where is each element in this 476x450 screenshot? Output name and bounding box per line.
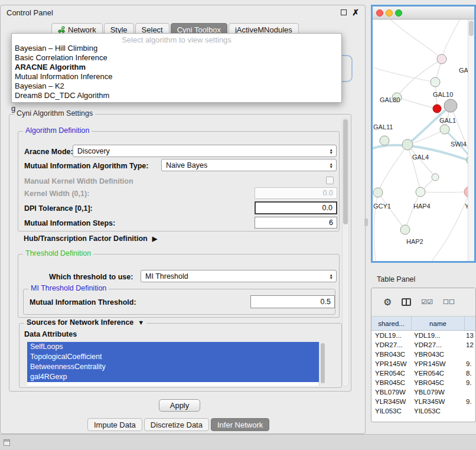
- network-scrollbar[interactable]: [468, 19, 474, 261]
- list-item[interactable]: SelfLoops: [27, 342, 325, 352]
- selected-value: Naive Bayes: [166, 161, 207, 169]
- network-node[interactable]: [444, 99, 457, 112]
- cell: YIL053C: [412, 406, 465, 416]
- cell: 9.: [465, 359, 475, 369]
- table-row[interactable]: YPR145W YPR145W 9.: [371, 359, 475, 369]
- tab-label: Discretize Data: [151, 420, 203, 429]
- network-node[interactable]: [416, 187, 425, 197]
- network-graph[interactable]: GAL... GAL80 GAL10 GAL1 GAL11 SWI4 GAL4 …: [373, 19, 474, 261]
- node-label: GAL1: [439, 117, 456, 124]
- column-header-shared-name[interactable]: shared...: [371, 317, 412, 330]
- node-label: GCY1: [373, 203, 391, 210]
- mi-steps-label: Mutual Information Steps:: [24, 219, 115, 227]
- list-item[interactable]: BetweennessCentrality: [27, 362, 325, 372]
- hub-factor-section-toggle[interactable]: Hub/Transcription Factor Definition ▶: [24, 234, 157, 243]
- panel-title: Table Panel: [377, 275, 415, 283]
- manual-kernel-checkbox[interactable]: [326, 177, 334, 184]
- select-all-icon[interactable]: ☑☑: [421, 298, 433, 306]
- sources-group: Sources for Network Inference ▼ Data Att…: [19, 323, 342, 388]
- kernel-width-label: Kernel Width (0,1):: [24, 190, 89, 198]
- network-node-red[interactable]: [433, 105, 441, 113]
- table-body: YDL19... YDL19... 13 YDR27... YDR27... 1…: [371, 331, 475, 416]
- panel-divider-handle[interactable]: [364, 219, 368, 226]
- sources-section-toggle[interactable]: Sources for Network Inference ▼: [24, 318, 146, 327]
- table-row[interactable]: YDL19... YDL19... 13: [371, 331, 475, 340]
- column-selector-icon[interactable]: [402, 298, 411, 306]
- dropdown-item[interactable]: Dream8 DC_TDC Algorithm: [12, 91, 341, 100]
- dropdown-item[interactable]: Bayesian – K2: [12, 81, 341, 91]
- settings-scrollbar[interactable]: [342, 118, 349, 387]
- tab-discretize-data[interactable]: Discretize Data: [144, 418, 209, 431]
- table-row[interactable]: YER054C YER054C 8.: [371, 369, 475, 378]
- float-window-icon[interactable]: [341, 9, 347, 15]
- expand-arrow-icon: ▼: [138, 319, 144, 326]
- table-row[interactable]: YBL079W YBL079W: [371, 387, 475, 397]
- mi-threshold-field[interactable]: 0.5: [250, 295, 335, 308]
- close-traffic-light[interactable]: [376, 9, 383, 17]
- mi-type-select[interactable]: Naive Bayes ▲▼: [161, 159, 337, 171]
- dpi-tolerance-field[interactable]: 0.0: [255, 201, 337, 214]
- scrollbar-thumb[interactable]: [321, 343, 325, 383]
- tab-infer-network[interactable]: Infer Network: [211, 418, 269, 431]
- tab-impute-data[interactable]: Impute Data: [87, 418, 142, 431]
- scrollbar-thumb[interactable]: [343, 119, 348, 224]
- node-label: GAL4: [412, 154, 429, 161]
- network-node[interactable]: [402, 139, 413, 150]
- list-scrollbar[interactable]: [319, 342, 325, 386]
- network-node[interactable]: [437, 54, 446, 64]
- table-row[interactable]: YDR27... YDR27... 12: [371, 340, 475, 350]
- algorithm-dropdown-list: Select algorithm to view settings Bayesi…: [11, 33, 342, 103]
- apply-button[interactable]: Apply: [159, 399, 200, 412]
- network-node[interactable]: [431, 77, 440, 87]
- cell: YBR043C: [371, 350, 412, 359]
- cell: YPR145W: [371, 359, 412, 369]
- network-node[interactable]: [440, 125, 449, 134]
- network-node-labels: GAL... GAL80 GAL10 GAL1 GAL11 SWI4 GAL4 …: [373, 67, 474, 245]
- list-item[interactable]: TopologicalCoefficient: [27, 352, 325, 362]
- cell: 8.: [465, 369, 475, 378]
- minimize-traffic-light[interactable]: [386, 9, 393, 17]
- gear-icon[interactable]: ⚙: [383, 296, 392, 308]
- aracne-mode-select[interactable]: Discovery ▲▼: [73, 145, 337, 157]
- control-panel-titlebar[interactable]: Control Panel ✗: [1, 5, 365, 19]
- table-row[interactable]: YBR043C YBR043C: [371, 350, 475, 359]
- table-row[interactable]: YLR345W YLR345W 9.: [371, 397, 475, 406]
- close-icon[interactable]: ✗: [352, 8, 359, 17]
- deselect-all-icon[interactable]: ☐☐: [443, 298, 455, 306]
- group-title: Threshold Definition: [23, 249, 93, 257]
- kernel-width-field[interactable]: 0.0: [255, 187, 337, 199]
- field-value: 0.0: [323, 189, 333, 197]
- panel-dock-icon[interactable]: [4, 439, 10, 446]
- table-row[interactable]: YBR045C YBR045C 9.: [371, 378, 475, 387]
- network-canvas[interactable]: GAL... GAL80 GAL10 GAL1 GAL11 SWI4 GAL4 …: [373, 19, 474, 261]
- mi-steps-field[interactable]: 6: [255, 217, 337, 229]
- list-item[interactable]: gal4RGexp: [27, 372, 325, 382]
- dropdown-item[interactable]: Bayesian – Hill Climbing: [12, 44, 341, 53]
- dropdown-item[interactable]: Basic Correlation Inference: [12, 53, 341, 63]
- which-threshold-select[interactable]: MI Threshold ▲▼: [141, 270, 337, 282]
- selected-value: Discovery: [77, 147, 110, 155]
- network-node[interactable]: [432, 174, 439, 181]
- desktop: Control Panel ✗ Network Style Select Cyn: [0, 0, 476, 450]
- cell: YDR27...: [371, 340, 412, 350]
- group-title: Algorithm Definition: [23, 126, 92, 135]
- column-header-name[interactable]: name: [412, 317, 465, 330]
- cell: 12: [465, 340, 475, 350]
- network-node[interactable]: [380, 136, 389, 145]
- zoom-traffic-light[interactable]: [395, 9, 402, 17]
- bottom-tabbar: Impute Data Discretize Data Infer Networ…: [87, 418, 269, 431]
- scrollbar-thumb[interactable]: [469, 21, 474, 36]
- network-node[interactable]: [373, 188, 383, 197]
- bottom-status-bar: [0, 434, 476, 450]
- network-node[interactable]: [400, 225, 410, 234]
- column-header-partial[interactable]: [465, 317, 475, 330]
- table-row[interactable]: YIL053C YIL053C: [371, 406, 475, 416]
- table-panel-window: ⚙ ☑☑ ☐☐ shared... name YDL19... YDL19...…: [371, 288, 476, 422]
- cell: YDR27...: [412, 340, 465, 350]
- data-attributes-label: Data Attributes: [24, 330, 77, 338]
- network-window-titlebar[interactable]: [373, 6, 474, 19]
- button-label: Apply: [170, 401, 190, 410]
- dropdown-item[interactable]: Mutual Information Inference: [12, 72, 341, 81]
- dropdown-item-selected[interactable]: ARACNE Algorithm: [12, 63, 341, 72]
- cell: YBR045C: [412, 378, 465, 387]
